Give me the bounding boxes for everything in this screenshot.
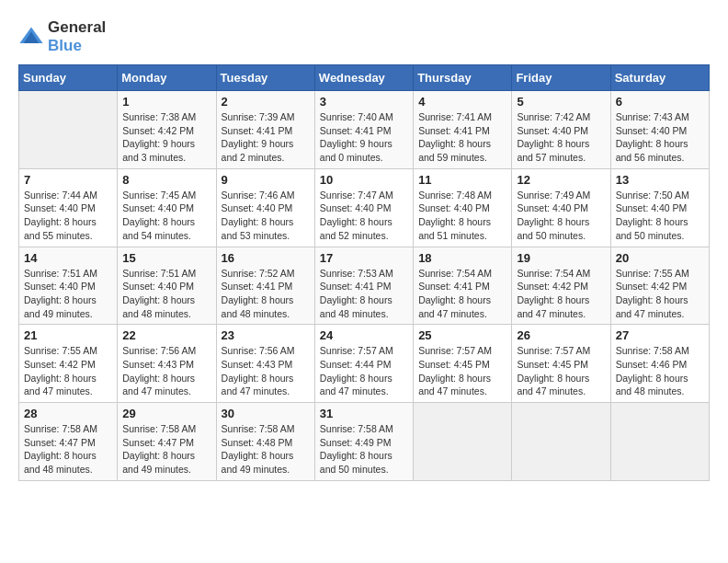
day-info: Sunrise: 7:49 AMSunset: 4:40 PMDaylight:… [517,189,605,243]
calendar-cell [512,403,610,481]
col-header-monday: Monday [118,65,216,91]
day-number: 18 [418,251,506,265]
logo-icon [18,24,44,50]
day-number: 24 [320,328,408,342]
day-info: Sunrise: 7:56 AMSunset: 4:43 PMDaylight:… [222,344,310,398]
calendar-header-row: SundayMondayTuesdayWednesdayThursdayFrid… [19,65,710,91]
day-number: 22 [122,328,210,342]
day-info: Sunrise: 7:45 AMSunset: 4:40 PMDaylight:… [122,189,210,243]
calendar-cell: 30Sunrise: 7:58 AMSunset: 4:48 PMDayligh… [216,403,314,481]
day-number: 17 [320,251,408,265]
calendar-week-row: 28Sunrise: 7:58 AMSunset: 4:47 PMDayligh… [19,403,710,481]
day-info: Sunrise: 7:39 AMSunset: 4:41 PMDaylight:… [222,110,310,165]
day-info: Sunrise: 7:57 AMSunset: 4:45 PMDaylight:… [517,344,605,398]
day-number: 15 [122,251,210,265]
calendar-cell: 24Sunrise: 7:57 AMSunset: 4:44 PMDayligh… [314,325,413,403]
day-info: Sunrise: 7:44 AMSunset: 4:40 PMDaylight:… [24,189,112,243]
calendar-cell [19,91,118,169]
day-info: Sunrise: 7:56 AMSunset: 4:43 PMDaylight:… [122,344,210,398]
day-info: Sunrise: 7:46 AMSunset: 4:40 PMDaylight:… [222,189,310,243]
day-number: 5 [517,95,605,109]
calendar-cell: 23Sunrise: 7:56 AMSunset: 4:43 PMDayligh… [216,325,314,403]
calendar-cell: 3Sunrise: 7:40 AMSunset: 4:41 PMDaylight… [314,91,413,169]
col-header-tuesday: Tuesday [216,65,314,91]
calendar-week-row: 21Sunrise: 7:55 AMSunset: 4:42 PMDayligh… [19,325,710,403]
calendar-table: SundayMondayTuesdayWednesdayThursdayFrid… [18,64,710,481]
day-number: 16 [222,251,310,265]
calendar-cell: 11Sunrise: 7:48 AMSunset: 4:40 PMDayligh… [414,168,512,247]
calendar-cell: 20Sunrise: 7:55 AMSunset: 4:42 PMDayligh… [610,247,709,325]
calendar-cell: 5Sunrise: 7:42 AMSunset: 4:40 PMDaylight… [512,91,610,169]
calendar-cell: 27Sunrise: 7:58 AMSunset: 4:46 PMDayligh… [610,325,709,403]
day-info: Sunrise: 7:51 AMSunset: 4:40 PMDaylight:… [122,267,210,321]
day-number: 7 [24,173,112,187]
calendar-cell: 19Sunrise: 7:54 AMSunset: 4:42 PMDayligh… [512,247,610,325]
day-number: 12 [517,173,605,187]
calendar-cell: 28Sunrise: 7:58 AMSunset: 4:47 PMDayligh… [19,403,118,481]
day-info: Sunrise: 7:58 AMSunset: 4:47 PMDaylight:… [122,422,210,477]
day-info: Sunrise: 7:42 AMSunset: 4:40 PMDaylight:… [517,110,605,165]
day-number: 26 [517,328,605,342]
calendar-week-row: 14Sunrise: 7:51 AMSunset: 4:40 PMDayligh… [19,247,710,325]
calendar-cell: 6Sunrise: 7:43 AMSunset: 4:40 PMDaylight… [610,91,709,169]
day-info: Sunrise: 7:38 AMSunset: 4:42 PMDaylight:… [122,110,210,165]
page-header: General Blue [18,18,710,55]
day-info: Sunrise: 7:58 AMSunset: 4:46 PMDaylight:… [616,344,704,398]
day-info: Sunrise: 7:57 AMSunset: 4:44 PMDaylight:… [320,344,408,398]
calendar-week-row: 7Sunrise: 7:44 AMSunset: 4:40 PMDaylight… [19,168,710,247]
calendar-cell: 1Sunrise: 7:38 AMSunset: 4:42 PMDaylight… [118,91,216,169]
day-number: 8 [122,173,210,187]
calendar-cell: 21Sunrise: 7:55 AMSunset: 4:42 PMDayligh… [19,325,118,403]
calendar-cell: 2Sunrise: 7:39 AMSunset: 4:41 PMDaylight… [216,91,314,169]
calendar-cell: 25Sunrise: 7:57 AMSunset: 4:45 PMDayligh… [414,325,512,403]
day-number: 30 [222,407,310,420]
calendar-cell: 16Sunrise: 7:52 AMSunset: 4:41 PMDayligh… [216,247,314,325]
calendar-week-row: 1Sunrise: 7:38 AMSunset: 4:42 PMDaylight… [19,91,710,169]
day-number: 3 [320,95,408,109]
day-number: 4 [418,95,506,109]
day-info: Sunrise: 7:50 AMSunset: 4:40 PMDaylight:… [616,189,704,243]
calendar-cell: 4Sunrise: 7:41 AMSunset: 4:41 PMDaylight… [414,91,512,169]
day-info: Sunrise: 7:55 AMSunset: 4:42 PMDaylight:… [24,344,112,398]
calendar-cell: 18Sunrise: 7:54 AMSunset: 4:41 PMDayligh… [414,247,512,325]
col-header-wednesday: Wednesday [314,65,413,91]
calendar-cell: 14Sunrise: 7:51 AMSunset: 4:40 PMDayligh… [19,247,118,325]
col-header-saturday: Saturday [610,65,709,91]
calendar-cell: 29Sunrise: 7:58 AMSunset: 4:47 PMDayligh… [118,403,216,481]
calendar-cell: 13Sunrise: 7:50 AMSunset: 4:40 PMDayligh… [610,168,709,247]
day-number: 28 [24,407,112,420]
day-number: 14 [24,251,112,265]
logo-text: General Blue [48,18,106,55]
day-number: 25 [418,328,506,342]
day-info: Sunrise: 7:40 AMSunset: 4:41 PMDaylight:… [320,110,408,165]
day-number: 23 [222,328,310,342]
calendar-cell: 8Sunrise: 7:45 AMSunset: 4:40 PMDaylight… [118,168,216,247]
day-info: Sunrise: 7:54 AMSunset: 4:42 PMDaylight:… [517,267,605,321]
day-number: 2 [222,95,310,109]
calendar-cell: 15Sunrise: 7:51 AMSunset: 4:40 PMDayligh… [118,247,216,325]
day-number: 27 [616,328,704,342]
day-number: 13 [616,173,704,187]
day-info: Sunrise: 7:48 AMSunset: 4:40 PMDaylight:… [418,189,506,243]
day-number: 19 [517,251,605,265]
calendar-cell: 26Sunrise: 7:57 AMSunset: 4:45 PMDayligh… [512,325,610,403]
day-info: Sunrise: 7:52 AMSunset: 4:41 PMDaylight:… [222,267,310,321]
logo: General Blue [18,18,106,55]
day-info: Sunrise: 7:58 AMSunset: 4:49 PMDaylight:… [320,422,408,477]
col-header-sunday: Sunday [19,65,118,91]
day-info: Sunrise: 7:58 AMSunset: 4:47 PMDaylight:… [24,422,112,477]
calendar-cell: 17Sunrise: 7:53 AMSunset: 4:41 PMDayligh… [314,247,413,325]
day-info: Sunrise: 7:53 AMSunset: 4:41 PMDaylight:… [320,267,408,321]
day-info: Sunrise: 7:47 AMSunset: 4:40 PMDaylight:… [320,189,408,243]
day-info: Sunrise: 7:54 AMSunset: 4:41 PMDaylight:… [418,267,506,321]
day-number: 10 [320,173,408,187]
calendar-cell: 10Sunrise: 7:47 AMSunset: 4:40 PMDayligh… [314,168,413,247]
day-number: 21 [24,328,112,342]
day-number: 9 [222,173,310,187]
day-number: 29 [122,407,210,420]
calendar-cell: 9Sunrise: 7:46 AMSunset: 4:40 PMDaylight… [216,168,314,247]
calendar-cell: 31Sunrise: 7:58 AMSunset: 4:49 PMDayligh… [314,403,413,481]
day-info: Sunrise: 7:57 AMSunset: 4:45 PMDaylight:… [418,344,506,398]
day-number: 6 [616,95,704,109]
calendar-cell: 12Sunrise: 7:49 AMSunset: 4:40 PMDayligh… [512,168,610,247]
